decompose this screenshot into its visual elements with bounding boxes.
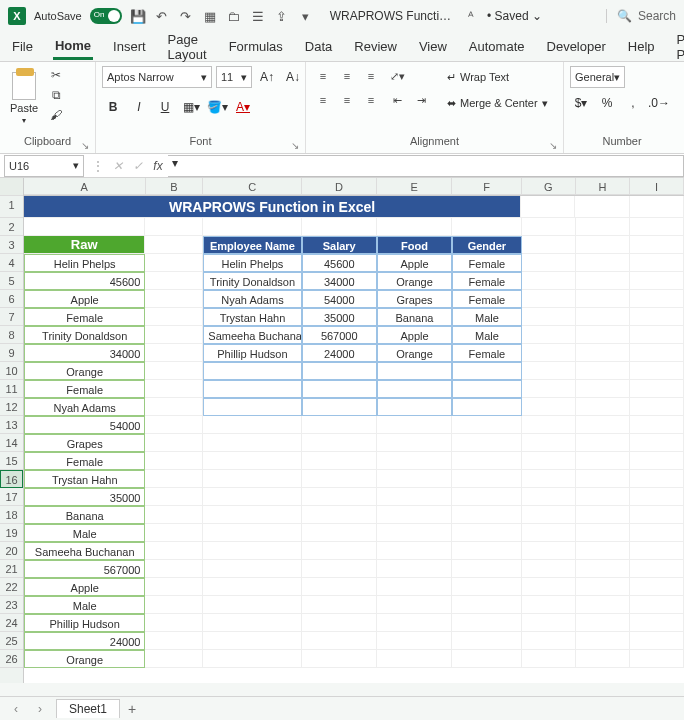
cell[interactable]: 34000 — [302, 272, 377, 290]
cancel-icon[interactable]: ✕ — [108, 159, 128, 173]
search-box[interactable]: 🔍 Search — [606, 9, 676, 23]
bold-button[interactable]: B — [102, 96, 124, 118]
grid-icon[interactable]: ▦ — [202, 8, 218, 24]
cell[interactable] — [630, 434, 684, 452]
cell[interactable] — [522, 398, 576, 416]
cell[interactable] — [630, 308, 684, 326]
cell[interactable]: 34000 — [24, 344, 145, 362]
cell[interactable]: Trystan Hahn — [24, 470, 145, 488]
cell[interactable] — [145, 434, 203, 452]
cell[interactable] — [302, 218, 377, 236]
cell[interactable] — [203, 560, 301, 578]
row-header[interactable]: 13 — [0, 416, 23, 434]
cell[interactable] — [302, 542, 377, 560]
cell[interactable] — [145, 398, 203, 416]
row-header[interactable]: 4 — [0, 254, 23, 272]
row-header[interactable]: 26 — [0, 650, 23, 668]
name-box[interactable]: U16▾ — [4, 155, 84, 177]
decrease-font-icon[interactable]: A↓ — [282, 66, 304, 88]
col-header[interactable]: G — [522, 178, 576, 195]
cell[interactable]: Nyah Adams — [203, 290, 301, 308]
cell[interactable] — [302, 416, 377, 434]
col-header[interactable]: A — [24, 178, 146, 195]
cell[interactable] — [522, 308, 576, 326]
cell[interactable] — [452, 416, 521, 434]
cell[interactable] — [302, 452, 377, 470]
redo-icon[interactable]: ↷ — [178, 8, 194, 24]
sheet-next-icon[interactable]: › — [32, 702, 48, 716]
cell[interactable] — [522, 488, 576, 506]
cell[interactable] — [630, 452, 684, 470]
cell[interactable] — [203, 434, 301, 452]
cell[interactable] — [576, 326, 630, 344]
row-header[interactable]: 24 — [0, 614, 23, 632]
cell[interactable] — [630, 650, 684, 668]
cell[interactable]: Female — [452, 344, 522, 362]
tab-power-p[interactable]: Power P — [675, 28, 684, 66]
align-right-icon[interactable]: ≡ — [360, 90, 382, 110]
tab-developer[interactable]: Developer — [545, 35, 608, 58]
cell[interactable]: Trinity Donaldson — [24, 326, 145, 344]
cell[interactable] — [377, 524, 452, 542]
merge-center-button[interactable]: ⬌Merge & Center▾ — [442, 92, 553, 114]
cell[interactable]: Sameeha Buchanan — [24, 542, 145, 560]
cell[interactable] — [203, 650, 301, 668]
sheet-tab[interactable]: Sheet1 — [56, 699, 120, 718]
align-middle-icon[interactable]: ≡ — [336, 66, 358, 86]
cell[interactable]: Gender — [452, 236, 522, 254]
accounting-icon[interactable]: $▾ — [570, 92, 592, 114]
cell[interactable] — [145, 632, 203, 650]
cell[interactable] — [576, 434, 630, 452]
enter-icon[interactable]: ✓ — [128, 159, 148, 173]
row-header[interactable]: 19 — [0, 524, 23, 542]
cell[interactable] — [522, 290, 576, 308]
cell[interactable] — [576, 632, 630, 650]
col-header[interactable]: F — [452, 178, 521, 195]
cell[interactable] — [630, 362, 684, 380]
tab-file[interactable]: File — [10, 35, 35, 58]
font-size-select[interactable]: 11▾ — [216, 66, 252, 88]
cell[interactable] — [630, 272, 684, 290]
cell[interactable] — [576, 524, 630, 542]
col-header[interactable]: H — [576, 178, 630, 195]
row-header[interactable]: 7 — [0, 308, 23, 326]
cell[interactable] — [145, 650, 203, 668]
cell[interactable] — [576, 416, 630, 434]
cell[interactable] — [145, 542, 203, 560]
cell[interactable] — [576, 344, 630, 362]
cell[interactable] — [630, 488, 684, 506]
cell[interactable]: Banana — [377, 308, 452, 326]
cell[interactable] — [576, 452, 630, 470]
cell[interactable] — [576, 236, 630, 254]
cell[interactable]: Male — [24, 596, 145, 614]
cut-icon[interactable]: ✂ — [46, 66, 66, 84]
cell[interactable] — [630, 254, 684, 272]
cell[interactable] — [203, 380, 301, 398]
cell[interactable] — [377, 560, 452, 578]
align-left-icon[interactable]: ≡ — [312, 90, 334, 110]
fx-icon[interactable]: fx — [148, 159, 168, 173]
cell[interactable] — [452, 560, 521, 578]
cell[interactable] — [576, 218, 630, 236]
cell[interactable]: Helin Phelps — [24, 254, 145, 272]
cell[interactable] — [522, 614, 576, 632]
number-format-select[interactable]: General▾ — [570, 66, 625, 88]
cell[interactable] — [145, 236, 203, 254]
saved-status[interactable]: • Saved ⌄ — [487, 9, 542, 23]
cell[interactable] — [452, 362, 522, 380]
underline-button[interactable]: U — [154, 96, 176, 118]
col-header[interactable]: D — [302, 178, 377, 195]
tab-help[interactable]: Help — [626, 35, 657, 58]
cell[interactable] — [145, 326, 203, 344]
cell[interactable] — [302, 434, 377, 452]
col-header[interactable]: B — [146, 178, 204, 195]
cell[interactable] — [145, 380, 203, 398]
cell[interactable] — [302, 524, 377, 542]
cell[interactable] — [452, 650, 521, 668]
cell[interactable] — [576, 290, 630, 308]
cell[interactable] — [522, 344, 576, 362]
cell[interactable] — [576, 254, 630, 272]
cell[interactable]: Sameeha Buchanan — [203, 326, 301, 344]
cell[interactable]: Male — [452, 326, 522, 344]
cell[interactable] — [452, 578, 521, 596]
